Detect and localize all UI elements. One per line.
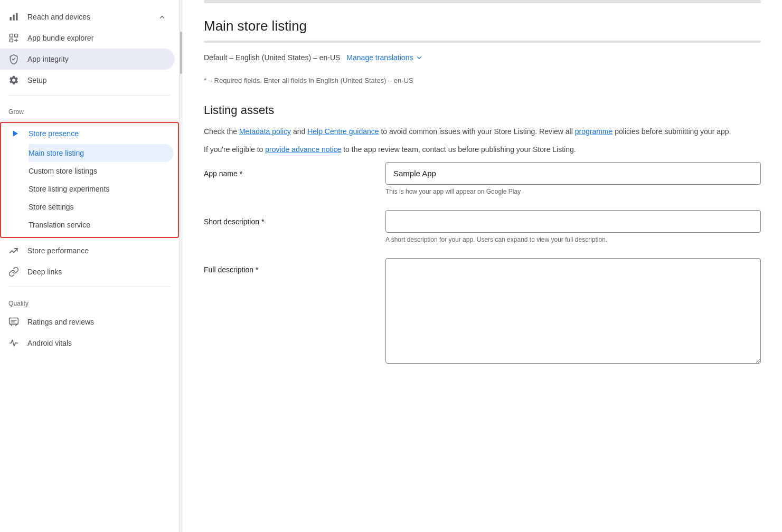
svg-rect-1 [13, 15, 14, 21]
app-name-field-row: App name * This is how your app will app… [204, 162, 761, 195]
help-centre-link[interactable]: Help Centre guidance [307, 127, 379, 136]
quality-section-label: Quality [0, 291, 179, 311]
trending-icon [8, 245, 19, 256]
svg-rect-6 [10, 318, 18, 325]
short-description-field-row: Short description * A short description … [204, 210, 761, 243]
svg-rect-0 [10, 17, 12, 21]
app-name-label: App name * [204, 162, 373, 178]
sidebar-item-reach-devices[interactable]: Reach and devices [0, 6, 175, 27]
gear-icon [8, 75, 19, 86]
listing-assets-description-1: Check the Metadata policy and Help Centr… [204, 126, 761, 137]
sidebar-item-deep-links[interactable]: Deep links [0, 261, 175, 282]
listing-assets-title: Listing assets [204, 103, 761, 117]
divider-1 [8, 95, 171, 96]
shield-icon [8, 54, 19, 64]
svg-rect-4 [15, 34, 18, 37]
sidebar-sub-item-main-store-listing[interactable]: Main store listing [29, 144, 174, 162]
store-presence-subnav: Main store listing Custom store listings… [1, 144, 178, 234]
bundle-icon [8, 33, 19, 43]
short-description-input[interactable] [385, 210, 761, 233]
listing-assets-description-2: If you're eligible to provide advance no… [204, 144, 761, 155]
app-name-input-group: This is how your app will appear on Goog… [385, 162, 761, 195]
sidebar-sub-item-store-settings[interactable]: Store settings [29, 198, 174, 216]
sidebar-item-store-performance[interactable]: Store performance [0, 240, 175, 261]
sidebar: Reach and devices App bundle explorer Ap… [0, 0, 180, 532]
bar-chart-icon [8, 12, 19, 22]
vitals-icon [8, 338, 19, 348]
sidebar-item-android-vitals[interactable]: Android vitals [0, 332, 175, 354]
short-description-input-group: A short description for your app. Users … [385, 210, 761, 243]
required-fields-note: * – Required fields. Enter all fields in… [204, 77, 761, 84]
chevron-up-icon [158, 13, 166, 21]
sidebar-item-app-bundle-explorer[interactable]: App bundle explorer [0, 27, 175, 49]
manage-translations-button[interactable]: Manage translations [346, 53, 423, 62]
sidebar-item-setup[interactable]: Setup [0, 70, 175, 91]
programme-link[interactable]: programme [575, 127, 613, 136]
advance-notice-link[interactable]: provide advance notice [265, 145, 341, 154]
sidebar-item-app-integrity[interactable]: App integrity [0, 49, 175, 70]
full-description-textarea[interactable] [385, 258, 761, 364]
main-content: Main store listing Default – English (Un… [183, 0, 782, 532]
sidebar-sub-item-translation-service[interactable]: Translation service [29, 216, 174, 234]
app-name-input[interactable] [385, 162, 761, 185]
metadata-policy-link[interactable]: Metadata policy [239, 127, 291, 136]
sidebar-scrollbar[interactable] [180, 0, 183, 532]
link-icon [8, 267, 19, 277]
full-description-field-row: Full description * [204, 258, 761, 365]
sidebar-item-ratings-reviews[interactable]: Ratings and reviews [0, 311, 175, 332]
divider-2 [8, 287, 171, 287]
svg-rect-3 [10, 34, 13, 37]
svg-rect-5 [10, 39, 13, 42]
svg-rect-2 [16, 13, 17, 21]
page-title: Main store listing [204, 18, 761, 34]
grow-section-label: Grow [0, 100, 179, 120]
reviews-icon [8, 317, 19, 327]
top-progress-bar [204, 0, 761, 3]
sidebar-item-store-presence[interactable]: Store presence [1, 123, 178, 144]
app-name-hint: This is how your app will appear on Goog… [385, 188, 761, 195]
full-description-input-group [385, 258, 761, 365]
short-description-hint: A short description for your app. Users … [385, 236, 761, 243]
sidebar-sub-item-store-listing-experiments[interactable]: Store listing experiments [29, 180, 174, 198]
second-progress-bar [204, 41, 761, 43]
store-presence-group: Store presence Main store listing Custom… [0, 122, 179, 238]
language-label: Default – English (United States) – en-U… [204, 53, 340, 62]
short-description-label: Short description * [204, 210, 373, 226]
sidebar-sub-item-custom-store-listings[interactable]: Custom store listings [29, 162, 174, 180]
language-row: Default – English (United States) – en-U… [204, 53, 761, 62]
play-icon [10, 128, 20, 139]
full-description-label: Full description * [204, 258, 373, 274]
